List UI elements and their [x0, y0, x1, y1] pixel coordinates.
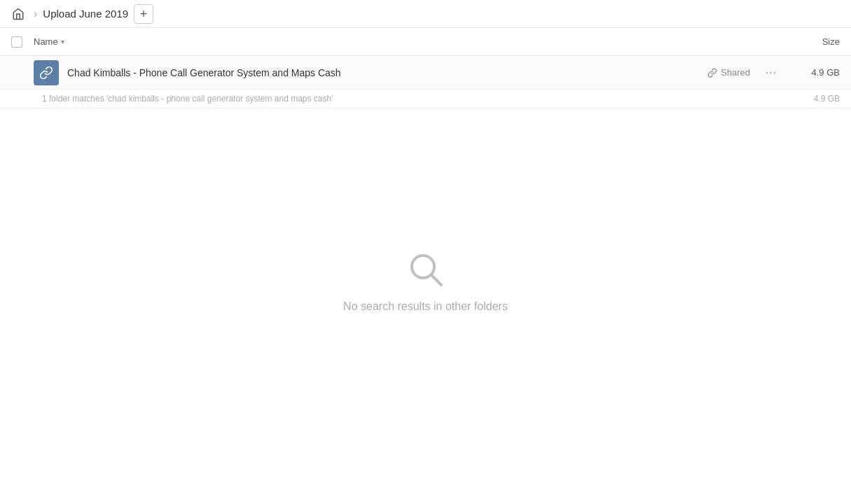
- empty-state: No search results in other folders: [0, 248, 851, 313]
- header-bar: › Upload June 2019 +: [0, 0, 851, 28]
- file-list-row[interactable]: Chad Kimballs - Phone Call Generator Sys…: [0, 56, 851, 90]
- matches-hint-row: 1 folder matches 'chad kimballs - phone …: [0, 90, 851, 108]
- file-name-label: Chad Kimballs - Phone Call Generator Sys…: [67, 67, 707, 78]
- shared-badge: Shared: [707, 67, 750, 78]
- folder-link-icon: [34, 60, 59, 85]
- size-column-header: Size: [784, 36, 840, 47]
- svg-line-1: [431, 275, 441, 285]
- file-size-label: 4.9 GB: [798, 67, 840, 78]
- more-options-button[interactable]: ···: [761, 63, 781, 83]
- more-options-icon: ···: [766, 66, 777, 79]
- sort-arrow-icon: ▾: [61, 38, 64, 46]
- home-button[interactable]: [8, 4, 28, 24]
- name-column-label: Name: [34, 36, 58, 47]
- link-icon: [707, 68, 717, 78]
- matches-hint-size: 4.9 GB: [798, 94, 840, 104]
- no-results-search-icon: [405, 248, 447, 290]
- breadcrumb-title: Upload June 2019: [43, 8, 128, 20]
- add-button[interactable]: +: [134, 4, 153, 24]
- matches-hint-text: 1 folder matches 'chad kimballs - phone …: [42, 94, 798, 104]
- select-all-checkbox-col: [11, 36, 34, 48]
- no-results-message: No search results in other folders: [343, 300, 508, 313]
- table-header: Name ▾ Size: [0, 28, 851, 56]
- select-all-checkbox[interactable]: [11, 36, 22, 48]
- breadcrumb-separator: ›: [34, 8, 37, 20]
- shared-label: Shared: [721, 67, 750, 78]
- name-column-header[interactable]: Name ▾: [34, 36, 784, 47]
